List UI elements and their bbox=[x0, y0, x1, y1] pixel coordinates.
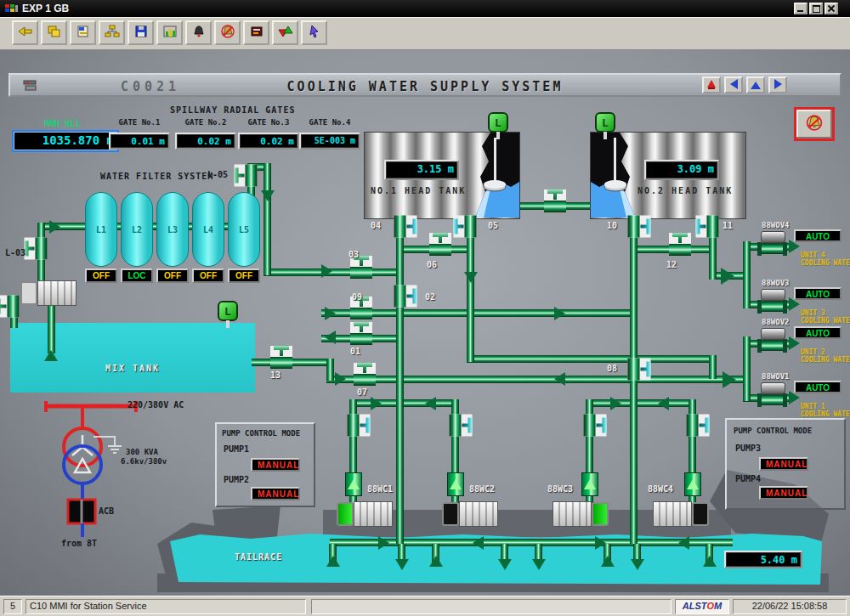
pump2-discharge-valve[interactable] bbox=[450, 415, 473, 437]
toolbar-button-alarm-bell[interactable] bbox=[185, 20, 212, 45]
flow-arrow-left bbox=[325, 331, 336, 344]
pipe bbox=[688, 399, 696, 474]
pump-end bbox=[337, 502, 354, 526]
nav-next-button[interactable] bbox=[768, 76, 787, 93]
flow-arrow-left bbox=[658, 397, 669, 410]
flow-arrow-right bbox=[595, 536, 606, 550]
flow-arrow-right bbox=[554, 307, 565, 320]
valve-04[interactable] bbox=[394, 216, 417, 238]
pump3-mode[interactable]: MANUAL bbox=[759, 457, 808, 471]
check-valve bbox=[684, 472, 701, 496]
gate2-label: GATE No.2 bbox=[175, 118, 236, 127]
unit-line: UNIT 1 bbox=[801, 403, 825, 410]
toolbar-button-document[interactable] bbox=[70, 20, 96, 45]
flow-arrow-left bbox=[425, 397, 436, 410]
head-tank-crossover-valve[interactable] bbox=[544, 189, 566, 212]
motor-valve-88WOV4[interactable] bbox=[757, 231, 788, 257]
wov1-mode[interactable]: AUTO bbox=[794, 381, 842, 393]
toolbar-button-alarm-silence[interactable] bbox=[214, 20, 241, 45]
valve-12[interactable] bbox=[669, 233, 691, 256]
pump-motor bbox=[552, 501, 592, 527]
toolbar-button-pointer[interactable] bbox=[301, 20, 327, 45]
filter-L1-status[interactable]: OFF bbox=[85, 268, 117, 283]
filter-L5-status[interactable]: OFF bbox=[228, 268, 260, 283]
pump-tag: 88WC4 bbox=[648, 484, 673, 494]
filter-L4-status[interactable]: OFF bbox=[192, 268, 224, 283]
check-valve bbox=[581, 472, 598, 496]
valve-actuator bbox=[761, 328, 785, 340]
pump-end bbox=[692, 502, 709, 526]
valve-03[interactable] bbox=[350, 256, 372, 279]
close-button[interactable] bbox=[824, 3, 838, 14]
filter-unit-label: L1 bbox=[96, 225, 106, 235]
valve-11[interactable] bbox=[696, 216, 719, 238]
toolbar-button-back[interactable] bbox=[12, 20, 38, 45]
wov2-mode[interactable]: AUTO bbox=[794, 326, 842, 339]
toolbar-button-workflow[interactable] bbox=[99, 20, 125, 45]
motor-valve-88WOV1[interactable] bbox=[757, 382, 788, 408]
pump-88WC1[interactable] bbox=[337, 501, 393, 527]
valve-13[interactable] bbox=[270, 346, 292, 369]
pump1-mode[interactable]: MANUAL bbox=[251, 458, 300, 472]
toolbar-button-save[interactable] bbox=[128, 20, 154, 45]
pump3-discharge-valve[interactable] bbox=[584, 415, 607, 437]
valve-10[interactable] bbox=[628, 216, 651, 238]
pipe bbox=[709, 355, 717, 379]
valve-02[interactable] bbox=[394, 285, 417, 308]
valve-label-11: 11 bbox=[722, 221, 733, 230]
toolbar-button-alarm-log[interactable] bbox=[243, 20, 269, 45]
pump4-discharge-valve[interactable] bbox=[687, 415, 710, 437]
motor-valve-88WOV2[interactable] bbox=[757, 328, 788, 353]
motor-valve-88WOV3[interactable] bbox=[757, 289, 788, 314]
valve-body bbox=[762, 244, 783, 254]
pipe bbox=[743, 241, 751, 308]
pump4-mode[interactable]: MANUAL bbox=[759, 486, 808, 500]
filter-L2-status[interactable]: LOC bbox=[121, 268, 153, 283]
flow-arrow-right bbox=[49, 220, 60, 234]
pump-88WC2[interactable] bbox=[442, 501, 498, 527]
tailrace-label: TAILRACE bbox=[235, 552, 282, 562]
wov3-mode[interactable]: AUTO bbox=[794, 287, 842, 300]
gate3-label: GATE No.3 bbox=[238, 118, 299, 127]
bell-slash-icon bbox=[805, 115, 824, 132]
toolbar-button-alarm-ack[interactable] bbox=[272, 20, 298, 45]
pipe bbox=[349, 399, 357, 474]
minimize-button[interactable] bbox=[794, 3, 808, 14]
valve-L-03[interactable] bbox=[25, 238, 48, 260]
pump-tag: 88WC1 bbox=[367, 484, 393, 494]
pump-88WC4[interactable] bbox=[653, 501, 709, 527]
valve-07[interactable] bbox=[354, 363, 376, 386]
nav-previous-button[interactable] bbox=[724, 76, 743, 93]
wov4-mode[interactable]: AUTO bbox=[794, 229, 842, 242]
filter-unit-L1: L1 bbox=[85, 192, 117, 267]
alarm-ack-icon bbox=[278, 25, 293, 38]
flange bbox=[783, 339, 787, 353]
maximize-button[interactable] bbox=[809, 3, 823, 14]
nav-alarm-button[interactable] bbox=[702, 76, 721, 93]
valve-label-04: 04 bbox=[371, 221, 381, 230]
alarm-silence-button[interactable] bbox=[794, 107, 835, 141]
unit-line: UNIT 3 bbox=[801, 309, 825, 317]
valve-actuator bbox=[761, 289, 785, 301]
flow-arrow-right bbox=[321, 264, 332, 278]
gate3-value: 0.02 m bbox=[238, 133, 299, 150]
pump2-mode[interactable]: MANUAL bbox=[251, 487, 300, 500]
pipe bbox=[586, 399, 593, 474]
valve-08[interactable] bbox=[628, 359, 651, 381]
pipe bbox=[349, 399, 459, 407]
toolbar-button-trend[interactable] bbox=[156, 20, 183, 45]
mix-tank-inlet-valve[interactable] bbox=[0, 296, 20, 318]
toolbar-button-copy[interactable] bbox=[41, 20, 67, 45]
filter-L3-status[interactable]: OFF bbox=[156, 268, 189, 283]
pump3-label: PUMP3 bbox=[735, 444, 761, 453]
head-tank-2-level-gauge bbox=[591, 133, 637, 218]
valve-01[interactable] bbox=[350, 322, 372, 345]
pump-88WC3[interactable] bbox=[552, 501, 609, 527]
valve-L-05[interactable] bbox=[235, 165, 258, 187]
valve-06[interactable] bbox=[429, 233, 451, 256]
pump1-discharge-valve[interactable] bbox=[348, 415, 371, 437]
valve-05[interactable] bbox=[454, 216, 477, 238]
nav-up-button[interactable] bbox=[746, 76, 765, 93]
filter-feed-pump[interactable] bbox=[20, 280, 76, 306]
suction-bellmouth bbox=[601, 556, 615, 567]
